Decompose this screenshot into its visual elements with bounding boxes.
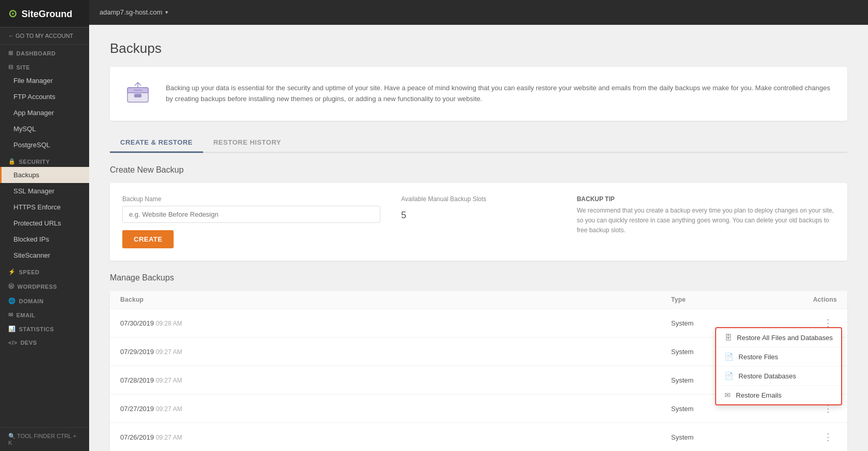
restore-emails-icon: ✉ [724, 391, 731, 399]
sidebar-section-speed: ⚡ SPEED [0, 263, 89, 277]
tab-create-restore[interactable]: CREATE & RESTORE [110, 133, 203, 153]
info-banner-text: Backing up your data is essential for th… [166, 83, 835, 105]
dropdown-item-restore-databases[interactable]: 📄 Restore Databases [716, 367, 841, 386]
backup-date-5: 07/26/2019 09:27 AM [120, 433, 671, 441]
sidebar-item-backups[interactable]: Backups [0, 167, 89, 183]
create-backup-form: Backup Name CREATE Available Manual Back… [122, 195, 835, 248]
restore-all-label: Restore All Files and Databases [737, 334, 833, 342]
statistics-label: STATISTICS [19, 326, 54, 332]
content-area: Backups Backing up your data is essentia… [89, 25, 868, 451]
col-actions: Actions [775, 296, 837, 303]
sidebar-section-dashboard: ⊞ DASHBOARD [0, 45, 89, 59]
dashboard-label: DASHBOARD [17, 50, 56, 57]
dashboard-icon: ⊞ [8, 50, 13, 57]
logo: ⊙ SiteGround [0, 0, 89, 27]
backup-name-input[interactable] [122, 206, 380, 223]
domain-label: DOMAIN [19, 298, 44, 304]
create-backup-card: Backup Name CREATE Available Manual Back… [110, 183, 847, 261]
go-to-account-link[interactable]: ← GO TO MY ACCOUNT [0, 27, 89, 45]
slots-value: 5 [401, 206, 556, 221]
sidebar-section-wordpress: Ⓦ WORDPRESS [0, 277, 89, 292]
create-button[interactable]: CREATE [122, 230, 174, 248]
col-type: Type [671, 296, 775, 303]
sidebar-section-domain: 🌐 DOMAIN [0, 292, 89, 306]
dropdown-menu: 🗄 Restore All Files and Databases 📄 Rest… [715, 327, 842, 405]
sidebar-item-ftp-accounts[interactable]: FTP Accounts [0, 89, 89, 105]
restore-files-label: Restore Files [738, 353, 778, 361]
email-icon: ✉ [8, 312, 13, 318]
devs-icon: </> [8, 340, 17, 346]
email-label: EMAIL [17, 312, 36, 318]
backup-tip-group: BACKUP TIP We recommend that you create … [577, 195, 835, 236]
statistics-icon: 📊 [8, 326, 16, 332]
backup-date-4: 07/27/2019 09:27 AM [120, 405, 671, 413]
domain-icon: 🌐 [8, 298, 16, 304]
wordpress-label: WORDPRESS [18, 284, 58, 290]
security-label: SECURITY [19, 159, 50, 165]
restore-databases-label: Restore Databases [738, 372, 796, 380]
table-row: 07/26/2019 09:27 AM System ⋮ [110, 423, 847, 451]
backup-date-3: 07/28/2019 09:27 AM [120, 376, 671, 384]
siteground-logo-icon: ⊙ [8, 8, 17, 19]
restore-files-icon: 📄 [724, 353, 733, 361]
site-icon: ⊟ [8, 64, 13, 71]
sidebar-item-blocked-ips[interactable]: Blocked IPs [0, 231, 89, 247]
sidebar: ⊙ SiteGround ← GO TO MY ACCOUNT ⊞ DASHBO… [0, 0, 89, 451]
main-wrapper: adamp7.sg-host.com ▾ Backups Backing up … [89, 0, 868, 451]
restore-databases-icon: 📄 [724, 372, 733, 380]
logo-text: SiteGround [21, 9, 72, 19]
sidebar-item-mysql[interactable]: MySQL [0, 121, 89, 137]
info-banner: Backing up your data is essential for th… [110, 67, 847, 121]
backup-date-1: 07/30/2019 09:28 AM [120, 319, 671, 327]
actions-dots-5[interactable]: ⋮ [819, 430, 837, 444]
tabs: CREATE & RESTORE RESTORE HISTORY [110, 133, 847, 153]
site-label: SITE [17, 64, 30, 71]
slots-label: Available Manual Backup Slots [401, 195, 556, 203]
backup-slots-group: Available Manual Backup Slots 5 [401, 195, 556, 221]
top-bar: adamp7.sg-host.com ▾ [89, 0, 868, 25]
sidebar-section-site: ⊟ SITE [0, 59, 89, 73]
backup-type-5: System [671, 433, 775, 441]
restore-all-icon: 🗄 [724, 333, 732, 342]
speed-label: SPEED [19, 269, 40, 275]
manage-backups-card: Backup Type Actions 07/30/2019 09:28 AM … [110, 291, 847, 451]
sidebar-item-https-enforce[interactable]: HTTPS Enforce [0, 199, 89, 215]
sidebar-item-file-manager[interactable]: File Manager [0, 73, 89, 89]
backup-name-label: Backup Name [122, 195, 380, 203]
domain-name: adamp7.sg-host.com [99, 8, 162, 16]
wordpress-icon: Ⓦ [8, 283, 15, 290]
sidebar-section-email: ✉ EMAIL [0, 306, 89, 320]
dropdown-item-restore-files[interactable]: 📄 Restore Files [716, 347, 841, 367]
domain-chevron-icon: ▾ [165, 9, 168, 15]
backup-date-2: 07/29/2019 09:27 AM [120, 348, 671, 356]
page-title: Backups [110, 40, 847, 57]
svg-rect-3 [134, 94, 141, 97]
sidebar-item-protected-urls[interactable]: Protected URLs [0, 215, 89, 231]
backup-box-icon [122, 77, 153, 110]
devs-label: DEVS [20, 340, 37, 346]
dropdown-item-restore-emails[interactable]: ✉ Restore Emails [716, 386, 841, 404]
sidebar-item-sitescanner[interactable]: SiteScanner [0, 247, 89, 263]
backup-type-4: System [671, 405, 775, 413]
sidebar-item-postgresql[interactable]: PostgreSQL [0, 137, 89, 153]
backup-type-1: System [671, 319, 775, 327]
backup-name-group: Backup Name CREATE [122, 195, 380, 248]
tool-finder[interactable]: 🔍 TOOL FINDER CTRL + K [0, 427, 89, 451]
speed-icon: ⚡ [8, 269, 16, 275]
sidebar-item-app-manager[interactable]: App Manager [0, 105, 89, 121]
restore-emails-label: Restore Emails [736, 391, 781, 399]
sidebar-section-statistics: 📊 STATISTICS [0, 320, 89, 334]
domain-selector[interactable]: adamp7.sg-host.com ▾ [99, 8, 168, 16]
actions-col-5: ⋮ [775, 430, 837, 444]
table-header: Backup Type Actions [110, 291, 847, 309]
manage-backups-section-title: Manage Backups [110, 273, 847, 283]
table-row: 07/30/2019 09:28 AM System ⋮ 🗄 Restore A… [110, 309, 847, 337]
sidebar-item-ssl-manager[interactable]: SSL Manager [0, 183, 89, 199]
dropdown-item-restore-all[interactable]: 🗄 Restore All Files and Databases [716, 328, 841, 347]
create-backup-section-title: Create New Backup [110, 165, 847, 175]
sidebar-section-devs: </> DEVS [0, 334, 89, 348]
tab-restore-history[interactable]: RESTORE HISTORY [203, 133, 292, 153]
tip-title: BACKUP TIP [577, 195, 835, 203]
tip-text: We recommend that you create a backup ev… [577, 206, 835, 236]
security-icon: 🔒 [8, 158, 16, 165]
